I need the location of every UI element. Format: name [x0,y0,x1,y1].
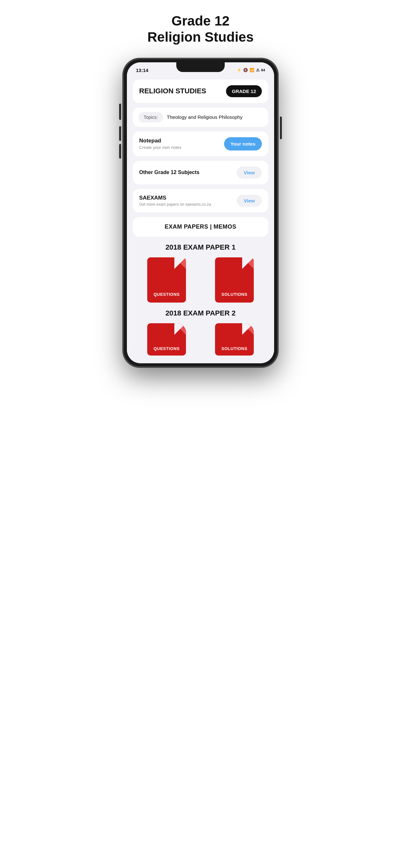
exam-paper-1-title: 2018 EXAM PAPER 1 [133,243,268,252]
questions-label: QUESTIONS [153,292,180,297]
exam-paper-1-row: QUESTIONS SOLUTIONS [133,257,268,303]
exam-paper-1-questions[interactable]: QUESTIONS [146,257,188,303]
header-card: RELIGION STUDIES GRADE 12 [133,80,268,103]
saexams-view-button[interactable]: View [237,195,262,207]
status-time: 13:14 [136,67,148,73]
exam-paper-2-solutions[interactable]: SOLUTIONS [213,323,255,355]
flash-icon: ⚡ [237,68,242,72]
your-notes-button[interactable]: Your notes [224,137,262,151]
exam-papers-button[interactable]: EXAM PAPERS | MEMOS [133,217,268,237]
saexams-subtitle: Get more exam papers on saexams.co.za [139,202,211,207]
phone-frame: 13:14 ⚡ 🔇 📶 ⚠ 64 RELIGION STUDIES GRADE … [123,58,278,367]
exam-paper-1-solutions[interactable]: SOLUTIONS [213,257,255,303]
solutions-2-label: SOLUTIONS [221,346,247,351]
mute-icon: 🔇 [243,68,248,72]
saexams-info: SAEXAMS Get more exam papers on saexams.… [139,195,211,207]
battery-icon: 64 [261,68,265,72]
notepad-title: Notepad [139,137,181,144]
exam-paper-2-questions[interactable]: QUESTIONS [146,323,188,355]
notepad-subtitle: Create your own notes [139,145,181,150]
exam-paper-2-row: QUESTIONS SOLUTIONS [133,323,268,355]
subject-title: RELIGION STUDIES [139,87,206,95]
questions-2-label: QUESTIONS [153,346,180,351]
questions-pdf-icon[interactable]: QUESTIONS [147,257,186,303]
notepad-info: Notepad Create your own notes [139,137,181,150]
notch [176,62,225,72]
topics-label: Topics: [138,112,163,122]
topics-value: Theology and Religious Philosophy [167,114,243,120]
alert-icon: ⚠ [256,68,259,72]
exam-paper-2-title: 2018 EXAM PAPER 2 [133,309,268,317]
saexams-card: SAEXAMS Get more exam papers on saexams.… [133,189,268,213]
grade-badge: GRADE 12 [226,85,262,97]
notepad-card: Notepad Create your own notes Your notes [133,131,268,156]
screen-content: RELIGION STUDIES GRADE 12 Topics: Theolo… [127,75,274,363]
other-subjects-label: Other Grade 12 Subjects [139,169,199,175]
solutions-pdf-icon[interactable]: SOLUTIONS [215,257,254,303]
solutions-label: SOLUTIONS [221,292,247,297]
topics-card[interactable]: Topics: Theology and Religious Philosoph… [133,107,268,127]
phone-screen: 13:14 ⚡ 🔇 📶 ⚠ 64 RELIGION STUDIES GRADE … [127,62,274,363]
questions-pdf-2-icon[interactable]: QUESTIONS [147,323,186,355]
other-subjects-view-button[interactable]: View [237,166,262,179]
other-subjects-card: Other Grade 12 Subjects View [133,161,268,184]
page-title: Grade 12 Religion Studies [147,13,253,45]
status-icons: ⚡ 🔇 📶 ⚠ 64 [237,68,265,72]
saexams-title: SAEXAMS [139,195,211,201]
wifi-icon: 📶 [250,68,254,72]
solutions-pdf-2-icon[interactable]: SOLUTIONS [215,323,254,355]
